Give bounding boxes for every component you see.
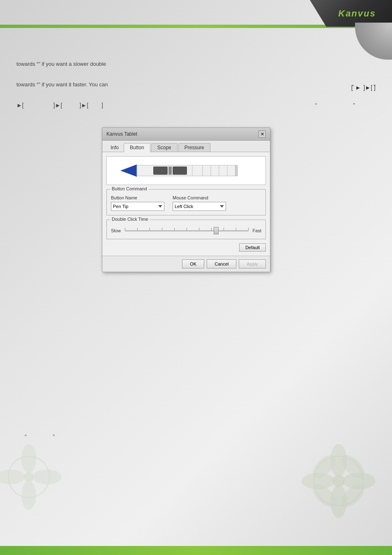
logo-text: Kanvus [338, 8, 376, 19]
floral-left [0, 440, 66, 514]
kanvus-tablet-dialog: Kanvus Tablet ✕ Info Button Scope Pressu… [102, 127, 270, 272]
button-name-label: Button Name [111, 195, 164, 200]
tick-10 [236, 228, 236, 230]
slider-thumb[interactable] [214, 227, 219, 234]
double-click-time-section: Double Click Time Slow [106, 220, 266, 239]
tick-6 [187, 228, 187, 230]
double-click-legend: Double Click Time [110, 217, 150, 222]
svg-point-11 [21, 444, 36, 473]
mouse-command-label: Mouse Command [173, 195, 226, 200]
right-quotes: “ ” [352, 83, 376, 90]
tick-11 [248, 228, 249, 230]
symbols-row-left: ►[ ]►[ ]►[ ] [16, 102, 103, 109]
dialog-tabs: Info Button Scope Pressure [102, 141, 270, 152]
dialog-footer: OK Cancel Apply [102, 256, 270, 272]
pen-svg [110, 160, 262, 181]
dialog-wrapper: Kanvus Tablet ✕ Info Button Scope Pressu… [102, 127, 270, 272]
tick-2 [137, 228, 138, 230]
tick-3 [150, 228, 150, 230]
mouse-command-field-group: Mouse Command Left Click [173, 195, 226, 211]
svg-point-15 [24, 472, 34, 482]
dialog-titlebar: Kanvus Tablet ✕ [102, 128, 270, 141]
tick-5 [174, 228, 175, 230]
dialog-body: Button Command Button Name Pen Tip Mouse… [102, 152, 270, 256]
svg-marker-16 [120, 164, 137, 177]
button-command-section: Button Command Button Name Pen Tip Mouse… [106, 189, 266, 215]
dct-row: Slow [111, 227, 261, 235]
svg-point-9 [332, 475, 345, 487]
slow-label: Slow [111, 228, 121, 233]
tick-8 [211, 228, 212, 230]
button-command-row: Button Name Pen Tip Mouse Command Left C… [111, 195, 261, 211]
close-icon: ✕ [261, 132, 264, 137]
svg-point-14 [33, 469, 62, 484]
double-click-slider[interactable] [125, 227, 249, 235]
green-bar-bottom [0, 546, 392, 555]
default-button[interactable]: Default [239, 243, 266, 252]
slider-track [125, 230, 249, 231]
svg-point-13 [0, 469, 25, 484]
tick-9 [224, 228, 224, 230]
button-command-legend: Button Command [110, 186, 149, 191]
fast-label: Fast [253, 228, 261, 233]
tab-pressure[interactable]: Pressure [178, 143, 210, 152]
text-line-2: towards “” if you want it faster. You ca… [16, 81, 108, 88]
dialog-close-button[interactable]: ✕ [258, 130, 266, 138]
button-name-field-group: Button Name Pen Tip [111, 195, 164, 211]
pen-illustration-area [106, 156, 266, 185]
mouse-command-select[interactable]: Left Click [173, 202, 226, 211]
tab-scope[interactable]: Scope [151, 143, 178, 152]
svg-rect-20 [173, 166, 187, 175]
bottom-text: “ ” [25, 433, 55, 440]
svg-rect-18 [153, 166, 168, 175]
tab-info[interactable]: Info [106, 143, 123, 152]
svg-rect-19 [168, 166, 172, 175]
button-name-select[interactable]: Pen Tip [111, 202, 164, 211]
text-line-1: towards “” if you want a slower double [16, 61, 106, 67]
cancel-button[interactable]: Cancel [207, 259, 236, 268]
default-btn-row: Default [106, 243, 266, 252]
svg-point-12 [21, 481, 36, 510]
symbols-row-right: “ ” [315, 102, 355, 109]
apply-button[interactable]: Apply [239, 259, 266, 268]
floral-right [297, 440, 380, 522]
tick-4 [162, 228, 162, 230]
dialog-title: Kanvus Tablet [106, 131, 137, 137]
svg-rect-26 [235, 165, 238, 176]
tick-7 [199, 228, 199, 230]
slider-ticks [125, 228, 249, 230]
tick-1 [125, 228, 125, 230]
tab-button[interactable]: Button [124, 143, 150, 152]
ok-button[interactable]: OK [182, 259, 204, 268]
